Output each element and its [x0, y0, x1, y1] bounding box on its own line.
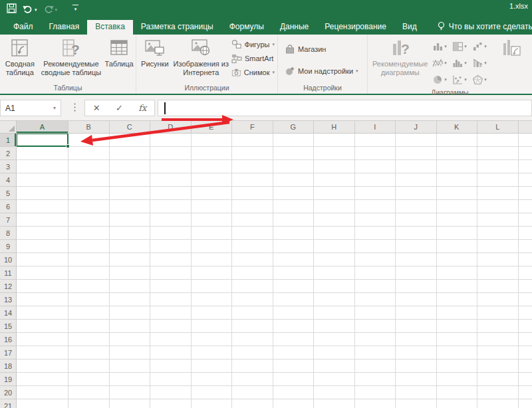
recommended-pivot-tables-button[interactable]: ? Рекомендуемые сводные таблицы — [39, 37, 104, 83]
pivot-chart-button[interactable] — [493, 37, 531, 60]
lightbulb-icon — [437, 21, 446, 31]
save-icon — [7, 3, 17, 13]
undo-button[interactable]: ▾ — [23, 4, 37, 13]
save-button[interactable] — [7, 3, 17, 13]
row-header-9[interactable]: 9 — [0, 240, 16, 253]
column-header-F[interactable]: F — [232, 121, 273, 133]
name-box-dropdown-caret[interactable]: ▾ — [53, 105, 56, 111]
row-header-3[interactable]: 3 — [0, 160, 16, 173]
column-header-D[interactable]: D — [150, 121, 192, 133]
tab-home[interactable]: Главная — [41, 19, 88, 35]
smartart-button[interactable]: SmartArt — [230, 51, 276, 65]
column-header-I[interactable]: I — [355, 121, 396, 133]
pivot-table-button[interactable]: Сводная таблица — [1, 37, 39, 83]
row-header-15[interactable]: 15 — [0, 320, 16, 333]
fill-handle[interactable] — [66, 144, 70, 148]
enter-button[interactable]: ✓ — [116, 103, 123, 113]
redo-button[interactable]: ▾ — [43, 4, 58, 13]
row-header-19[interactable]: 19 — [0, 373, 16, 386]
shapes-button[interactable]: Фигуры ▾ — [230, 37, 276, 51]
table-button[interactable]: Таблица — [104, 37, 134, 83]
customize-quick-access-button[interactable]: ▾ — [72, 5, 78, 13]
column-header-E[interactable]: E — [192, 121, 233, 133]
screenshot-button[interactable]: Снимок ▾ — [230, 65, 276, 79]
line-chart-icon — [432, 58, 444, 68]
pictures-button[interactable]: Рисунки — [138, 37, 172, 83]
row-header-16[interactable]: 16 — [0, 333, 16, 346]
row-header-21[interactable]: 21 — [0, 399, 16, 408]
tab-review[interactable]: Рецензирование — [317, 19, 394, 35]
tab-view[interactable]: Вид — [394, 19, 425, 35]
column-header-G[interactable]: G — [273, 121, 315, 133]
cell-area[interactable] — [17, 134, 532, 408]
row-header-17[interactable]: 17 — [0, 346, 16, 359]
column-header-L[interactable]: L — [477, 121, 519, 133]
column-header-J[interactable]: J — [396, 121, 437, 133]
cancel-button[interactable]: ✕ — [93, 103, 100, 113]
column-chart-icon — [432, 41, 444, 52]
row-header-13[interactable]: 13 — [0, 293, 16, 306]
ribbon: Сводная таблица ? Рекомендуемые сводные … — [0, 35, 532, 95]
column-header-A[interactable]: A — [17, 121, 68, 133]
tab-data[interactable]: Данные — [272, 19, 317, 35]
formula-bar: A1 ▾ ✕ ✓ fx — [0, 95, 532, 121]
tab-insert[interactable]: Вставка — [87, 19, 133, 35]
gridline — [17, 266, 532, 266]
worksheet[interactable]: ABCDEFGHIJKL 123456789101112131415161718… — [0, 121, 532, 408]
row-header-10[interactable]: 10 — [0, 253, 16, 266]
column-header-H[interactable]: H — [314, 121, 355, 133]
row-header-7[interactable]: 7 — [0, 213, 16, 227]
insert-stock-chart-button[interactable]: ▾ — [472, 54, 492, 71]
recommended-charts-button[interactable]: ? Рекомендуемые диаграммы — [369, 37, 431, 76]
row-header-1[interactable]: 1 — [0, 134, 16, 147]
insert-radar-chart-button[interactable]: ▾ — [472, 71, 492, 88]
undo-dropdown-caret[interactable]: ▾ — [35, 7, 37, 13]
row-header-12[interactable]: 12 — [0, 280, 16, 293]
insert-waterfall-chart-button[interactable]: ▾ — [472, 38, 492, 54]
gridline — [354, 134, 355, 408]
scatter-chart-icon — [452, 74, 464, 85]
row-header-4[interactable]: 4 — [0, 173, 16, 187]
insert-hierarchy-chart-button[interactable]: ▾ — [452, 38, 472, 54]
column-header-C[interactable]: C — [110, 121, 151, 133]
waterfall-chart-icon — [472, 41, 483, 52]
tab-formulas[interactable]: Формулы — [221, 19, 272, 35]
row-header-5[interactable]: 5 — [0, 187, 16, 200]
row-header-8[interactable]: 8 — [0, 227, 16, 240]
my-addins-button[interactable]: Мои надстройки ▾ — [283, 64, 366, 78]
store-label: Магазин — [298, 45, 326, 53]
gridline — [313, 134, 314, 408]
gridline — [17, 239, 532, 240]
column-header-K[interactable]: K — [437, 121, 478, 133]
row-header-2[interactable]: 2 — [0, 147, 16, 160]
redo-dropdown-caret[interactable]: ▾ — [55, 7, 58, 13]
gridline — [17, 279, 532, 280]
store-button[interactable]: Магазин — [283, 42, 366, 56]
tab-file[interactable]: Файл — [5, 19, 41, 35]
row-header-20[interactable]: 20 — [0, 386, 16, 399]
column-header-B[interactable]: B — [68, 121, 110, 133]
gridline — [17, 253, 532, 253]
recommended-charts-label: Рекомендуемые диаграммы — [369, 60, 431, 76]
row-header-18[interactable]: 18 — [0, 359, 16, 373]
row-header-14[interactable]: 14 — [0, 306, 16, 320]
my-addins-label: Мои надстройки — [298, 67, 353, 75]
insert-scatter-chart-button[interactable]: ▾ — [452, 71, 472, 88]
name-box[interactable]: A1 ▾ — [0, 100, 61, 116]
gridline — [17, 359, 532, 359]
gridline — [17, 146, 532, 147]
online-pictures-button[interactable]: Изображения из Интернета — [172, 37, 230, 83]
insert-function-button[interactable]: fx — [138, 103, 146, 113]
row-header-6[interactable]: 6 — [0, 200, 16, 213]
tell-me-box[interactable]: Что вы хотите сделать? — [429, 19, 532, 35]
insert-column-chart-button[interactable]: ▾ — [432, 38, 452, 54]
insert-line-chart-button[interactable]: ▾ — [432, 54, 452, 71]
tab-page-layout[interactable]: Разметка страницы — [133, 19, 221, 35]
formula-input[interactable] — [158, 100, 532, 116]
insert-pie-chart-button[interactable]: ▾ — [432, 71, 452, 88]
column-header-partial[interactable] — [519, 121, 532, 133]
insert-statistic-chart-button[interactable]: ▾ — [452, 54, 472, 71]
select-all-button[interactable] — [0, 121, 17, 134]
row-header-11[interactable]: 11 — [0, 266, 16, 280]
customize-quick-access-icon — [72, 5, 78, 5]
